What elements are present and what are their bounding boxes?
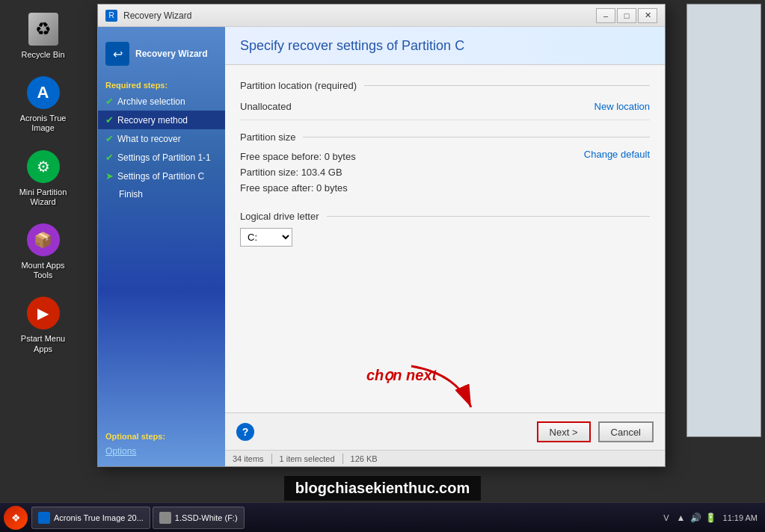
mount-apps-label: Mount Apps Tools: [17, 261, 70, 280]
required-steps-label: Required steps:: [98, 77, 225, 92]
recovery-wizard-dialog: R Recovery Wizard – □ ✕ ↩ Recovery Wizar…: [97, 4, 666, 467]
sidebar-item-what[interactable]: ✔ What to recover: [98, 129, 225, 148]
start-button[interactable]: ❖: [4, 506, 28, 530]
drive-letter-section: Logical drive letter C: D: E: F:: [240, 211, 650, 247]
recycle-bin-icon[interactable]: ♻ Recycle Bin: [13, 7, 73, 64]
window-controls: – □ ✕: [596, 8, 657, 23]
window-icon: R: [105, 10, 117, 22]
partition-size-section: Partition size Change default Free space…: [240, 132, 650, 196]
taskbar: ❖ Acronis True Image 20... 1.SSD-White (…: [0, 502, 765, 532]
sidebar-logo: ↩ Recovery Wizard: [98, 38, 225, 77]
partition-location-row: Unallocated New location: [240, 97, 650, 120]
tray-icon-1: ▲: [675, 512, 687, 524]
annotation-text: chọn next: [366, 366, 437, 384]
options-link[interactable]: Options: [105, 446, 136, 457]
status-sep2: [342, 454, 343, 464]
cancel-button[interactable]: Cancel: [598, 421, 654, 442]
status-bar: 34 items 1 item selected 126 KB: [225, 450, 665, 466]
change-default-link[interactable]: Change default: [584, 149, 650, 160]
sidebar-recovery-text: Recovery method: [117, 115, 188, 126]
logical-drive-label: Logical drive letter: [240, 211, 319, 222]
main-content-area: Specify recover settings of Partition C …: [225, 27, 665, 466]
items-count: 34 items: [233, 454, 264, 463]
drive-letter-section-title: Logical drive letter: [240, 211, 650, 222]
sidebar-partitionc-text: Settings of Partition C: [117, 171, 204, 182]
optional-steps-label: Optional steps:: [98, 424, 225, 443]
partition-size-label: Partition size: [240, 132, 295, 143]
sidebar-item-partition1[interactable]: ✔ Settings of Partition 1-1: [98, 148, 225, 167]
sidebar: ↩ Recovery Wizard Required steps: ✔ Arch…: [98, 27, 225, 466]
tray-icon-2: 🔊: [690, 512, 702, 524]
mini-partition-label: Mini Partition Wizard: [17, 188, 70, 207]
title-bar: R Recovery Wizard – □ ✕: [98, 4, 665, 27]
status-sep1: [271, 454, 272, 464]
recycle-bin-label: Recycle Bin: [21, 50, 64, 60]
mini-partition-img: ⚙: [27, 150, 60, 183]
file-size: 126 KB: [351, 454, 378, 463]
taskbar-item-ssd[interactable]: 1.SSD-White (F:): [153, 507, 245, 529]
main-scrollable: Partition location (required) Unallocate…: [225, 65, 665, 412]
sidebar-item-archive[interactable]: ✔ Archive selection: [98, 92, 225, 111]
sidebar-item-options[interactable]: Options: [98, 443, 225, 459]
free-space-after: Free space after: 0 bytes: [240, 180, 650, 196]
taskbar-items: Acronis True Image 20... 1.SSD-White (F:…: [31, 507, 663, 529]
sidebar-archive-text: Archive selection: [117, 96, 185, 107]
size-section-divider: [303, 137, 650, 137]
mount-apps-img: 📦: [27, 223, 60, 256]
sidebar-logo-text: Recovery Wizard: [135, 49, 208, 59]
taskbar-acronis-icon: [38, 512, 50, 524]
sidebar-finish-text: Finish: [105, 189, 143, 200]
drive-letter-select[interactable]: C: D: E: F:: [240, 228, 292, 247]
taskbar-acronis-label: Acronis True Image 20...: [54, 513, 144, 522]
partition-size-value: Partition size: 103.4 GB: [240, 164, 650, 180]
check-icon-archive: ✔: [105, 96, 114, 107]
minimize-button[interactable]: –: [596, 8, 615, 23]
next-button[interactable]: Next >: [537, 421, 591, 442]
taskbar-ssd-icon: [159, 512, 171, 524]
desktop-icons: ♻ Recycle Bin A Acronis True Image ⚙ Min…: [0, 0, 86, 532]
pstart-label: Pstart Menu Apps: [17, 334, 70, 353]
pstart-icon-desktop[interactable]: ▶ Pstart Menu Apps: [13, 291, 73, 357]
clock: 11:19 AM: [723, 513, 758, 522]
taskbar-right: V ▲ 🔊 🔋 11:19 AM: [663, 512, 761, 524]
check-icon-what: ✔: [105, 133, 114, 144]
help-button[interactable]: ?: [236, 423, 254, 441]
partition-location-section-title: Partition location (required): [240, 80, 650, 91]
section-divider: [364, 85, 650, 86]
partition-size-section-title: Partition size: [240, 132, 650, 143]
new-location-link[interactable]: New location: [595, 101, 650, 112]
acronis-icon-desktop[interactable]: A Acronis True Image: [13, 71, 73, 137]
drive-letter-dropdown: C: D: E: F:: [240, 228, 650, 247]
acronis-label: Acronis True Image: [17, 114, 70, 133]
taskbar-item-acronis[interactable]: Acronis True Image 20...: [31, 507, 150, 529]
mini-partition-icon-desktop[interactable]: ⚙ Mini Partition Wizard: [13, 145, 73, 211]
check-icon-recovery: ✔: [105, 114, 114, 126]
main-header: Specify recover settings of Partition C: [225, 27, 665, 65]
taskbar-v-label: V: [663, 513, 669, 522]
watermark: blogchiasekienthuc.com: [0, 476, 765, 501]
dialog-footer: ? Next > Cancel: [225, 412, 665, 450]
mount-apps-icon-desktop[interactable]: 📦 Mount Apps Tools: [13, 218, 73, 284]
arrow-icon-partitionc: ➤: [105, 170, 114, 182]
system-tray: ▲ 🔊 🔋: [675, 512, 717, 524]
maximize-button[interactable]: □: [617, 8, 636, 23]
background-window: [686, 4, 761, 437]
sidebar-item-recovery[interactable]: ✔ Recovery method: [98, 111, 225, 129]
acronis-img: A: [27, 76, 60, 109]
main-title: Specify recover settings of Partition C: [240, 38, 650, 54]
drive-section-divider: [327, 216, 651, 217]
dialog-content: ↩ Recovery Wizard Required steps: ✔ Arch…: [98, 27, 665, 466]
selected-count: 1 item selected: [280, 454, 335, 463]
tray-icon-3: 🔋: [705, 512, 717, 524]
watermark-text: blogchiasekienthuc.com: [284, 476, 481, 501]
sidebar-partition1-text: Settings of Partition 1-1: [117, 152, 211, 163]
check-icon-partition1: ✔: [105, 152, 114, 163]
sidebar-item-finish[interactable]: Finish: [98, 185, 225, 203]
window-title: Recovery Wizard: [123, 10, 590, 21]
sidebar-item-partitionc[interactable]: ➤ Settings of Partition C: [98, 167, 225, 185]
sidebar-logo-icon: ↩: [105, 42, 129, 66]
partition-location-label: Partition location (required): [240, 80, 357, 91]
sidebar-what-text: What to recover: [117, 134, 181, 144]
close-button[interactable]: ✕: [638, 8, 657, 23]
desktop: ♻ Recycle Bin A Acronis True Image ⚙ Min…: [0, 0, 765, 532]
